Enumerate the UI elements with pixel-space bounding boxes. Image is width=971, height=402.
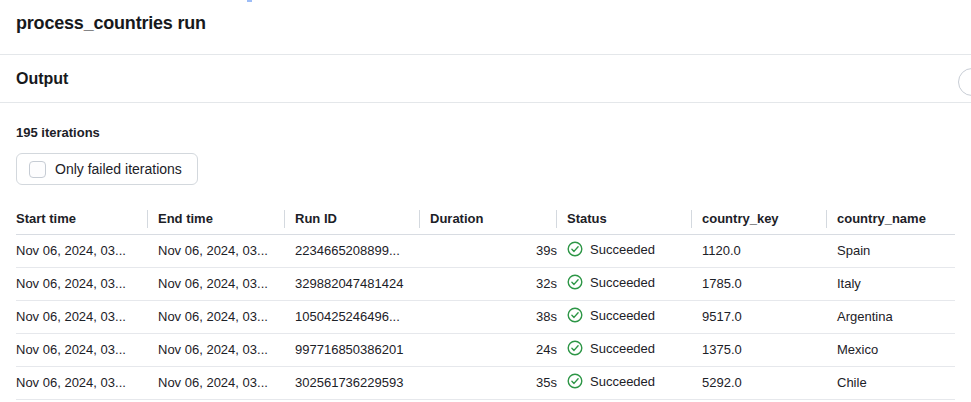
status-cell: Succeeded [557, 300, 692, 333]
end-time-link[interactable]: Nov 06, 2024, 03... [148, 234, 285, 267]
success-check-circle-icon [567, 373, 583, 389]
country-name-cell: Chile [827, 366, 955, 399]
country-key-cell: 5292.0 [692, 366, 827, 399]
duration-cell: 38s [420, 300, 557, 333]
run-id-cell: 302561736229593 [285, 366, 420, 399]
column-header-country-key[interactable]: country_key [692, 204, 827, 234]
status-cell: Succeeded [557, 333, 692, 366]
country-key-cell: 9517.0 [692, 300, 827, 333]
start-time-link[interactable]: Nov 06, 2024, 03... [16, 300, 148, 333]
status-cell: Succeeded [557, 366, 692, 399]
iterations-count: 195 iterations [16, 125, 955, 140]
end-time-link[interactable]: Nov 06, 2024, 03... [148, 267, 285, 300]
duration-cell: 32s [420, 267, 557, 300]
column-header-run-id[interactable]: Run ID [285, 204, 420, 234]
run-id-cell: 1050425246496... [285, 300, 420, 333]
table-row: Nov 06, 2024, 03... Nov 06, 2024, 03... … [16, 267, 955, 300]
table-row: Nov 06, 2024, 03... Nov 06, 2024, 03... … [16, 234, 955, 267]
success-check-circle-icon [567, 241, 583, 257]
output-section-title: Output [16, 70, 68, 88]
table-header-row: Start time End time Run ID Duration Stat… [16, 204, 955, 234]
column-header-end-time[interactable]: End time [148, 204, 285, 234]
status-label: Succeeded [590, 308, 655, 323]
column-header-duration[interactable]: Duration [420, 204, 557, 234]
start-time-link[interactable]: Nov 06, 2024, 03... [16, 267, 148, 300]
iterations-table: Start time End time Run ID Duration Stat… [16, 204, 955, 400]
run-id-cell: 997716850386201 [285, 333, 420, 366]
country-name-cell: Mexico [827, 333, 955, 366]
end-time-link[interactable]: Nov 06, 2024, 03... [148, 366, 285, 399]
output-content: 195 iterations Only failed iterations St… [0, 125, 971, 400]
country-key-cell: 1375.0 [692, 333, 827, 366]
table-row: Nov 06, 2024, 03... Nov 06, 2024, 03... … [16, 366, 955, 399]
table-body: Nov 06, 2024, 03... Nov 06, 2024, 03... … [16, 234, 955, 399]
page-header: process_countries run [0, 0, 971, 55]
table-row: Nov 06, 2024, 03... Nov 06, 2024, 03... … [16, 333, 955, 366]
success-check-circle-icon [567, 307, 583, 323]
column-header-start-time[interactable]: Start time [16, 204, 148, 234]
duration-cell: 24s [420, 333, 557, 366]
column-header-country-name[interactable]: country_name [827, 204, 955, 234]
start-time-link[interactable]: Nov 06, 2024, 03... [16, 333, 148, 366]
country-name-cell: Argentina [827, 300, 955, 333]
success-check-circle-icon [567, 274, 583, 290]
only-failed-checkbox[interactable] [29, 161, 46, 178]
status-label: Succeeded [590, 275, 655, 290]
only-failed-iterations-filter[interactable]: Only failed iterations [16, 153, 198, 185]
success-check-circle-icon [567, 340, 583, 356]
column-header-status[interactable]: Status [557, 204, 692, 234]
output-section-header: Output [0, 55, 971, 103]
country-name-cell: Spain [827, 234, 955, 267]
duration-cell: 35s [420, 366, 557, 399]
country-key-cell: 1785.0 [692, 267, 827, 300]
start-time-link[interactable]: Nov 06, 2024, 03... [16, 366, 148, 399]
status-cell: Succeeded [557, 267, 692, 300]
end-time-link[interactable]: Nov 06, 2024, 03... [148, 300, 285, 333]
start-time-link[interactable]: Nov 06, 2024, 03... [16, 234, 148, 267]
table-row: Nov 06, 2024, 03... Nov 06, 2024, 03... … [16, 300, 955, 333]
top-edge-artifact [247, 0, 252, 2]
run-id-cell: 2234665208899... [285, 234, 420, 267]
run-id-cell: 329882047481424 [285, 267, 420, 300]
status-label: Succeeded [590, 374, 655, 389]
country-name-cell: Italy [827, 267, 955, 300]
end-time-link[interactable]: Nov 06, 2024, 03... [148, 333, 285, 366]
status-label: Succeeded [590, 341, 655, 356]
only-failed-label: Only failed iterations [55, 161, 182, 177]
status-cell: Succeeded [557, 234, 692, 267]
status-label: Succeeded [590, 242, 655, 257]
country-key-cell: 1120.0 [692, 234, 827, 267]
duration-cell: 39s [420, 234, 557, 267]
page-title: process_countries run [16, 13, 206, 34]
